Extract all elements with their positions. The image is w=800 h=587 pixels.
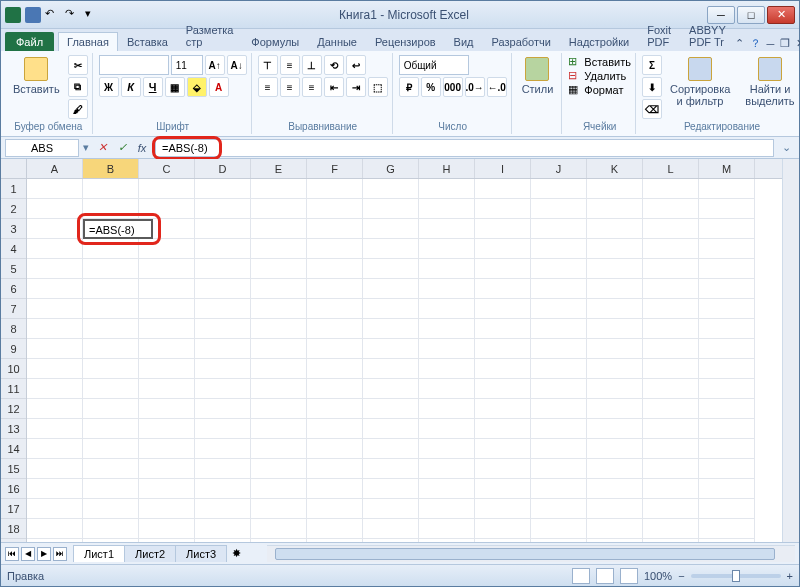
name-box-dropdown-icon[interactable]: ▾ <box>83 141 89 154</box>
cell[interactable] <box>363 379 419 399</box>
cell[interactable] <box>587 239 643 259</box>
cell[interactable] <box>419 179 475 199</box>
cell[interactable] <box>307 379 363 399</box>
cell[interactable] <box>307 279 363 299</box>
cell[interactable] <box>363 399 419 419</box>
cell[interactable] <box>83 439 139 459</box>
cell[interactable] <box>699 239 755 259</box>
cell[interactable] <box>251 379 307 399</box>
undo-icon[interactable]: ↶ <box>45 7 61 23</box>
cell[interactable] <box>531 199 587 219</box>
cell[interactable] <box>27 299 83 319</box>
col-header[interactable]: B <box>83 159 139 178</box>
cell[interactable] <box>251 539 307 542</box>
cell[interactable] <box>419 239 475 259</box>
row-header[interactable]: 5 <box>1 259 26 279</box>
cell[interactable] <box>195 419 251 439</box>
cell[interactable] <box>27 359 83 379</box>
cell[interactable] <box>195 459 251 479</box>
cell[interactable] <box>699 479 755 499</box>
expand-formula-icon[interactable]: ⌄ <box>778 141 795 154</box>
col-header[interactable]: J <box>531 159 587 178</box>
cell[interactable] <box>139 459 195 479</box>
tab-developer[interactable]: Разработчи <box>483 32 560 51</box>
merge-icon[interactable]: ⬚ <box>368 77 388 97</box>
clear-icon[interactable]: ⌫ <box>642 99 662 119</box>
cell[interactable] <box>475 459 531 479</box>
decrease-decimal-icon[interactable]: ←.0 <box>487 77 507 97</box>
row-header[interactable]: 12 <box>1 399 26 419</box>
cell[interactable] <box>643 399 699 419</box>
cell[interactable] <box>531 399 587 419</box>
cell[interactable] <box>195 259 251 279</box>
cell[interactable] <box>195 359 251 379</box>
qat-more-icon[interactable]: ▾ <box>85 7 101 23</box>
row-header[interactable]: 4 <box>1 239 26 259</box>
col-header[interactable]: D <box>195 159 251 178</box>
cell[interactable] <box>251 359 307 379</box>
cell[interactable] <box>475 379 531 399</box>
cell[interactable] <box>363 499 419 519</box>
cell[interactable] <box>699 259 755 279</box>
align-left-icon[interactable]: ≡ <box>258 77 278 97</box>
cell[interactable] <box>587 339 643 359</box>
cell[interactable] <box>419 379 475 399</box>
cell[interactable] <box>195 219 251 239</box>
cell[interactable] <box>531 539 587 542</box>
currency-icon[interactable]: ₽ <box>399 77 419 97</box>
col-header[interactable]: K <box>587 159 643 178</box>
cell[interactable] <box>83 319 139 339</box>
cell[interactable] <box>699 359 755 379</box>
cell[interactable] <box>419 419 475 439</box>
cell[interactable] <box>251 499 307 519</box>
col-header[interactable]: A <box>27 159 83 178</box>
cell[interactable] <box>587 419 643 439</box>
cell[interactable] <box>419 199 475 219</box>
cell[interactable] <box>699 459 755 479</box>
cell[interactable] <box>251 479 307 499</box>
zoom-in-icon[interactable]: + <box>787 570 793 582</box>
row-header[interactable]: 9 <box>1 339 26 359</box>
cell[interactable] <box>27 259 83 279</box>
sheet-tab-3[interactable]: Лист3 <box>175 545 227 562</box>
cell[interactable] <box>27 539 83 542</box>
cell[interactable] <box>195 199 251 219</box>
new-sheet-icon[interactable]: ✸ <box>226 547 247 560</box>
cell[interactable] <box>475 219 531 239</box>
sheet-last-icon[interactable]: ⏭ <box>53 547 67 561</box>
autosum-icon[interactable]: Σ <box>642 55 662 75</box>
cell[interactable] <box>251 339 307 359</box>
sheet-tab-2[interactable]: Лист2 <box>124 545 176 562</box>
cell[interactable] <box>475 319 531 339</box>
cell[interactable] <box>195 299 251 319</box>
cells-area[interactable]: =ABS(-8) <box>27 179 799 542</box>
italic-button[interactable]: К <box>121 77 141 97</box>
increase-decimal-icon[interactable]: .0→ <box>465 77 485 97</box>
border-icon[interactable]: ▦ <box>165 77 185 97</box>
cell[interactable] <box>643 219 699 239</box>
align-top-icon[interactable]: ⊤ <box>258 55 278 75</box>
cell[interactable] <box>643 539 699 542</box>
sort-filter-button[interactable]: Сортировка и фильтр <box>666 55 734 109</box>
cell[interactable] <box>587 379 643 399</box>
cell[interactable] <box>363 459 419 479</box>
row-header[interactable]: 11 <box>1 379 26 399</box>
row-header[interactable]: 18 <box>1 519 26 539</box>
cell[interactable] <box>531 219 587 239</box>
cell[interactable] <box>195 399 251 419</box>
cell[interactable] <box>643 379 699 399</box>
cell[interactable] <box>643 339 699 359</box>
cell[interactable] <box>195 499 251 519</box>
cell[interactable] <box>699 219 755 239</box>
cell[interactable] <box>27 519 83 539</box>
tab-insert[interactable]: Вставка <box>118 32 177 51</box>
cell[interactable] <box>587 259 643 279</box>
cell[interactable] <box>307 259 363 279</box>
cell[interactable] <box>307 439 363 459</box>
cell[interactable] <box>699 419 755 439</box>
view-normal-icon[interactable] <box>572 568 590 584</box>
col-header[interactable]: I <box>475 159 531 178</box>
font-size-select[interactable]: 11 <box>171 55 203 75</box>
cell[interactable] <box>699 399 755 419</box>
cell[interactable] <box>307 179 363 199</box>
